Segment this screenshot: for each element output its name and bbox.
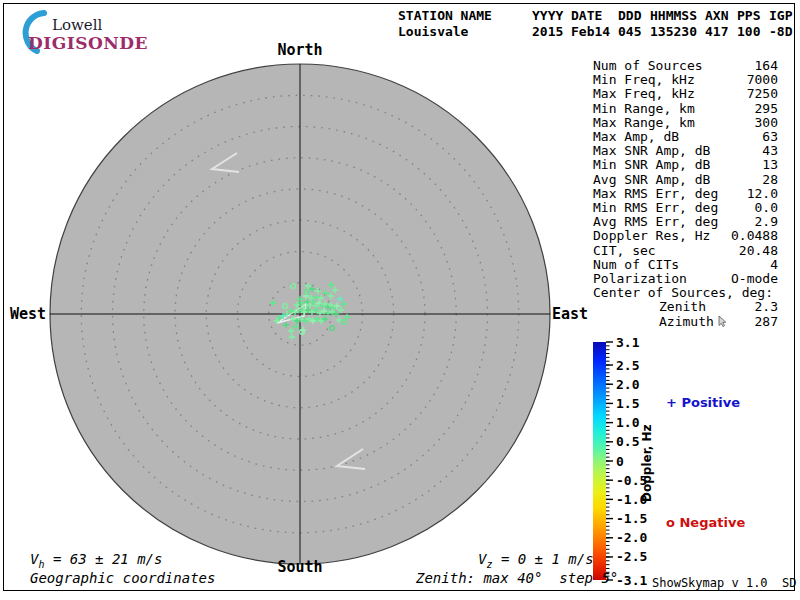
stat-row: Max Range, km300	[593, 116, 778, 130]
stat-row: Min RMS Err, deg0.0	[593, 201, 778, 215]
stat-label: Zenith	[659, 300, 706, 314]
measurement-stats-panel: Num of Sources164Min Freq, kHz7000Max Fr…	[593, 59, 778, 329]
stat-value: O-mode	[731, 272, 778, 286]
stat-row: Azimuth287	[593, 315, 778, 329]
stat-row: Max RMS Err, deg12.0	[593, 187, 778, 201]
stat-row: PolarizationO-mode	[593, 272, 778, 286]
stat-label: CIT, sec	[593, 244, 656, 258]
colorbar-tick-label: 3.1	[616, 338, 640, 350]
stat-label: Avg RMS Err, deg	[593, 215, 718, 229]
stat-value: 300	[755, 116, 778, 130]
colorbar-tick-label: -1.5	[616, 511, 647, 526]
stat-label: Min Range, km	[593, 102, 695, 116]
stat-label: Num of Sources	[593, 59, 703, 73]
mouse-cursor-icon	[718, 316, 727, 327]
stat-label: Max Freq, kHz	[593, 87, 695, 101]
stat-row: CIT, sec20.48	[593, 244, 778, 258]
stat-value: 0.0	[755, 201, 778, 215]
stat-row: Num of CITs4	[593, 258, 778, 272]
stat-value: 164	[755, 59, 778, 73]
zenith-range-note: Zenith: max 40° step 5°	[416, 570, 618, 586]
compass-south-label: South	[270, 558, 330, 576]
stat-value: 20.48	[739, 244, 778, 258]
stat-value: 4	[770, 258, 778, 272]
stat-value: 13	[762, 158, 778, 172]
stat-row: Center of Sources, deg:	[593, 286, 778, 300]
colorbar-tick-label: -3.1	[616, 573, 647, 588]
stat-row: Max Freq, kHz7250	[593, 87, 778, 101]
coordinates-note: Geographic coordinates	[30, 570, 215, 586]
stat-value: 2.3	[755, 300, 778, 314]
colorbar-tick-label: -2.0	[616, 530, 647, 545]
colorbar-tick-label: -2.5	[616, 549, 647, 564]
stat-label: Num of CITs	[593, 258, 679, 272]
stat-label: Center of Sources, deg:	[593, 286, 773, 300]
stat-label: Max RMS Err, deg	[593, 187, 718, 201]
stat-label: Azimuth	[659, 315, 727, 329]
stat-value: 7000	[747, 73, 778, 87]
colorbar-tick-label: 2.0	[616, 377, 640, 392]
stat-row: Min SNR Amp, dB13	[593, 158, 778, 172]
vertical-velocity-label: Vz = 0 ± 1 m/s	[478, 551, 594, 570]
stat-label: Max SNR Amp, dB	[593, 144, 710, 158]
stat-row: Zenith2.3	[593, 300, 778, 314]
stat-value: 7250	[747, 87, 778, 101]
colorbar-tick-label: 1.0	[616, 415, 640, 430]
colorbar-tick-label: 0.5	[616, 434, 639, 449]
stat-label: Max Amp, dB	[593, 130, 679, 144]
stat-label: Min SNR Amp, dB	[593, 158, 710, 172]
colorbar-tick-label: 1.5	[616, 396, 639, 411]
stat-value: 0.0488	[731, 229, 778, 243]
stat-value: 2.9	[755, 215, 778, 229]
compass-west-label: West	[8, 305, 46, 323]
stat-value: 295	[755, 102, 778, 116]
stat-value: 28	[762, 173, 778, 187]
showskymap-window: Lowell DIGISONDE STATION NAMELouisvaleYY…	[0, 0, 800, 600]
horizontal-velocity-label: Vh = 63 ± 21 m/s	[30, 551, 162, 570]
stat-row: Max SNR Amp, dB43	[593, 144, 778, 158]
stat-label: Avg SNR Amp, dB	[593, 173, 710, 187]
stat-value: 63	[762, 130, 778, 144]
stat-row: Num of Sources164	[593, 59, 778, 73]
legend-negative: o Negative	[666, 515, 745, 530]
stat-row: Min Freq, kHz7000	[593, 73, 778, 87]
stat-label: Polarization	[593, 272, 687, 286]
stat-label: Max Range, km	[593, 116, 695, 130]
stat-label: Min RMS Err, deg	[593, 201, 718, 215]
stat-row: Avg RMS Err, deg2.9	[593, 215, 778, 229]
stat-row: Min Range, km295	[593, 102, 778, 116]
stat-value: 287	[755, 315, 778, 329]
doppler-axis-label: Doppler, Hz	[640, 424, 654, 502]
stat-label: Doppler Res, Hz	[593, 229, 710, 243]
colorbar-tick-label: 2.5	[616, 358, 639, 373]
stat-row: Avg SNR Amp, dB28	[593, 173, 778, 187]
stat-row: Max Amp, dB63	[593, 130, 778, 144]
version-label: ShowSkymap v 1.0 SD v 5.1	[652, 576, 800, 590]
compass-north-label: North	[270, 41, 330, 59]
doppler-colorbar-axis: 3.12.52.01.51.00.50-0.5-1.0-1.5-2.0-2.5-…	[606, 338, 664, 588]
stat-row: Doppler Res, Hz0.0488	[593, 229, 778, 243]
stat-value: 12.0	[747, 187, 778, 201]
colorbar-tick-label: 0	[616, 454, 624, 469]
legend-positive: + Positive	[666, 395, 740, 410]
stat-value: 43	[762, 144, 778, 158]
stat-label: Min Freq, kHz	[593, 73, 695, 87]
doppler-colorbar-gradient	[593, 342, 606, 580]
